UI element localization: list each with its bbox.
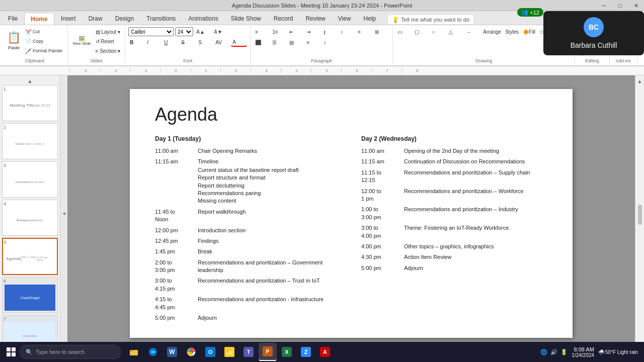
align-left-button[interactable]: ⬛ xyxy=(254,38,270,47)
line-spacing-button[interactable]: ↕ xyxy=(322,38,338,47)
slide-thumb-1[interactable]: 1 Meeting Title Jan 23-24 xyxy=(2,85,58,121)
tab-slideshow[interactable]: Slide Show xyxy=(225,13,267,25)
align-text-button[interactable]: ≡ xyxy=(356,27,372,36)
search-bar[interactable]: 🔍 Type here to search xyxy=(20,345,121,359)
slide-panel[interactable]: ▲ 1 Meeting Title Jan 23-24 2 Goals • It… xyxy=(0,75,60,351)
layout-button[interactable]: ▤ Layout ▾ xyxy=(94,27,122,36)
taskbar-zoom[interactable]: Z xyxy=(297,343,315,361)
d2-agenda-row-workforce: 12:00 to1 pm Recommendations and priorit… xyxy=(361,188,547,203)
tab-animations[interactable]: Animations xyxy=(182,13,224,25)
slide-canvas[interactable]: Agenda Day 1 (Tuesday) 11:00 am Chair Op… xyxy=(130,89,573,338)
copy-button[interactable]: 📄 Copy xyxy=(24,37,64,46)
shape-arrow[interactable]: → xyxy=(464,27,480,36)
font-color-button[interactable]: A xyxy=(231,38,247,47)
paste-button[interactable]: 📋 Paste xyxy=(5,27,23,54)
align-right-button[interactable]: ▤ xyxy=(288,38,304,47)
cut-button[interactable]: ✂️ Cut xyxy=(24,27,64,36)
justify-button[interactable]: ≡ xyxy=(305,38,321,47)
taskbar-outlook[interactable]: O xyxy=(201,343,219,361)
canvas-area: Agenda Day 1 (Tuesday) 11:00 am Chair Op… xyxy=(67,75,635,351)
shape-fill-button[interactable]: 🔶Fill xyxy=(521,27,537,36)
minimize-button[interactable]: ─ xyxy=(596,0,612,11)
shape-rounded[interactable]: ▢ xyxy=(413,27,429,36)
font-size-select[interactable]: 24 xyxy=(175,27,193,36)
char-spacing-button[interactable]: AV xyxy=(214,38,230,47)
maximize-button[interactable]: □ xyxy=(612,0,628,11)
scroll-up-arrow[interactable]: ▲ xyxy=(636,77,643,85)
tell-me-input[interactable]: 💡 Tell me what you want to do xyxy=(387,15,474,25)
volume-icon[interactable]: 🔊 xyxy=(550,349,557,355)
taskbar-excel[interactable]: X xyxy=(278,343,296,361)
columns-button[interactable]: ⫿ xyxy=(322,27,338,36)
tab-transitions[interactable]: Transitions xyxy=(140,13,182,25)
bold-button[interactable]: B xyxy=(128,38,144,47)
start-button[interactable] xyxy=(2,343,20,361)
convert-smartart-button[interactable]: ⊞ xyxy=(373,27,389,36)
main-area: ▲ 1 Meeting Title Jan 23-24 2 Goals • It… xyxy=(0,75,644,351)
shadow-button[interactable]: S xyxy=(197,38,213,47)
tab-view[interactable]: View xyxy=(332,13,357,25)
numbering-button[interactable]: 1≡ xyxy=(271,27,287,36)
taskbar-file-explorer[interactable] xyxy=(125,343,143,361)
battery-icon[interactable]: 🔋 xyxy=(560,349,568,355)
slide-thumb-6[interactable]: 6 Chart/Graph xyxy=(2,277,58,313)
slide-thumb-5[interactable]: 5 Agenda Day 1 | Day 2 11:00 am items... xyxy=(2,238,58,275)
slide-thumb-2[interactable]: 2 Goals • Item 1• Item 2 xyxy=(2,123,58,159)
taskbar-apps: W O 📁 T P X Z A xyxy=(125,343,334,361)
shape-rect[interactable]: ▭ xyxy=(396,27,412,36)
day1-column: Day 1 (Tuesday) 11:00 am Chair Opening R… xyxy=(155,135,341,325)
arrange-button[interactable]: Arrange xyxy=(481,27,503,36)
weather-display[interactable]: 🌧️ 50°F Light rain xyxy=(598,349,638,355)
agenda-row-500: 5:00 pm Adjourn xyxy=(155,314,341,322)
font-family-select[interactable]: Calibri xyxy=(128,27,174,36)
tab-design[interactable]: Design xyxy=(109,13,140,25)
d2-agenda-row-supply: 11:15 to12:15 Recommendations and priori… xyxy=(361,169,547,185)
slide-title: Agenda xyxy=(155,104,547,125)
reset-button[interactable]: ↺ Reset xyxy=(94,37,122,46)
tab-draw[interactable]: Draw xyxy=(83,13,109,25)
shape-oval[interactable]: ○ xyxy=(430,27,446,36)
close-button[interactable]: ✕ xyxy=(628,0,644,11)
italic-button[interactable]: I xyxy=(145,38,162,47)
vertical-scrollbar[interactable] xyxy=(638,205,642,225)
clock[interactable]: 8:08 AM 1/24/2024 xyxy=(572,346,594,358)
new-slide-button[interactable]: 🖼️New Slide xyxy=(71,27,93,54)
left-panel-handle: ◀ xyxy=(60,75,67,351)
text-direction-button[interactable]: ↕ xyxy=(339,27,355,36)
taskbar-powerpoint[interactable]: P xyxy=(259,343,277,361)
tab-review[interactable]: Review xyxy=(299,13,331,25)
tab-insert[interactable]: Insert xyxy=(55,13,82,25)
taskbar-word[interactable]: W xyxy=(163,343,181,361)
taskbar-teams[interactable]: T xyxy=(239,343,258,361)
taskbar-file-manager[interactable]: 📁 xyxy=(220,343,238,361)
panel-scroll-up[interactable]: ▲ xyxy=(2,77,58,85)
agenda-row-200: 2:00 to3:00 pm Recommendations and prior… xyxy=(155,259,341,275)
shape-triangle[interactable]: △ xyxy=(447,27,463,36)
collaborator-icon: 👥 xyxy=(521,9,528,16)
tab-help[interactable]: Help xyxy=(358,13,382,25)
tab-file[interactable]: File xyxy=(2,13,24,25)
increase-indent-button[interactable]: ⇥ xyxy=(305,27,321,36)
taskbar-edge[interactable] xyxy=(144,343,162,361)
taskbar-chrome[interactable] xyxy=(182,343,200,361)
align-center-button[interactable]: ☰ xyxy=(271,38,287,47)
underline-button[interactable]: U xyxy=(163,38,179,47)
strikethrough-button[interactable]: S xyxy=(180,38,196,47)
decrease-indent-button[interactable]: ⇤ xyxy=(288,27,304,36)
slide-thumb-4[interactable]: 4 Background details xyxy=(2,200,58,236)
network-icon[interactable]: 🌐 xyxy=(540,349,547,355)
collaborators-badge[interactable]: 👥 +12 xyxy=(517,8,543,17)
slide-thumb-3[interactable]: 3 Overview text content xyxy=(2,161,58,198)
increase-font-button[interactable]: A▲ xyxy=(195,27,211,36)
tab-record[interactable]: Record xyxy=(268,13,299,25)
right-scroll-panel: ▲ ▼ xyxy=(635,75,644,351)
section-button[interactable]: ≡ Section ▾ xyxy=(94,46,122,55)
d2-agenda-row-theme: 3:00 to4:00 pm Theme: Fostering an IoT-R… xyxy=(361,224,547,240)
bullets-button[interactable]: ≡ xyxy=(254,27,270,36)
quick-styles-button[interactable]: Styles xyxy=(504,27,520,36)
tab-home[interactable]: Home xyxy=(24,13,54,25)
date-display: 1/24/2024 xyxy=(572,352,594,358)
taskbar-acrobat[interactable]: A xyxy=(316,343,334,361)
format-painter-button[interactable]: 🖌️ Format Painter xyxy=(24,46,64,55)
decrease-font-button[interactable]: A▼ xyxy=(212,27,228,36)
